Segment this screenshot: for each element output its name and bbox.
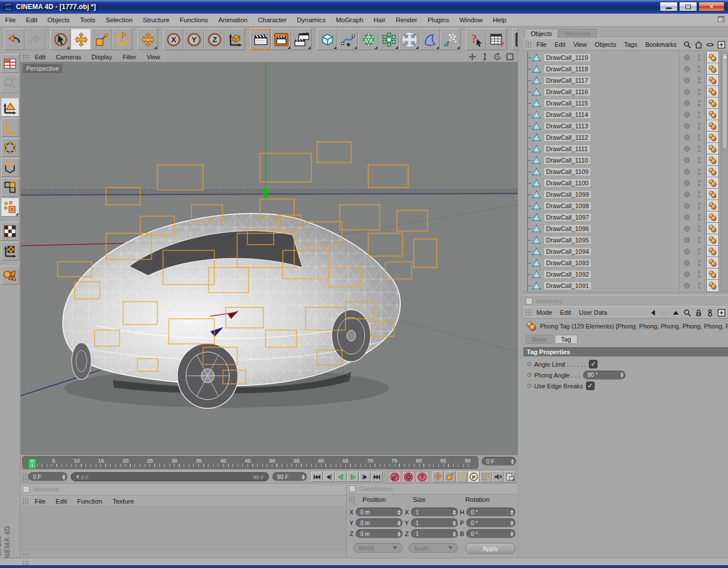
- anim-dot-icon[interactable]: [527, 384, 531, 388]
- lock-z-icon[interactable]: Z: [204, 29, 225, 50]
- visibility-dots[interactable]: [694, 200, 704, 212]
- texture-axis-mode-icon[interactable]: [1, 242, 19, 261]
- object-item-drawcall-1109[interactable]: DrawCall_1109: [523, 166, 721, 177]
- attributes-menu-mode[interactable]: Mode: [532, 309, 556, 317]
- visibility-dots[interactable]: [694, 177, 704, 189]
- menu-item-edit[interactable]: Edit: [21, 15, 43, 25]
- layer-dot[interactable]: [679, 143, 694, 155]
- viewport-menu-filter[interactable]: Filter: [117, 53, 141, 61]
- viewport-menu-display[interactable]: Display: [87, 53, 117, 61]
- tab-basic[interactable]: Basic: [526, 335, 554, 344]
- layer-dot[interactable]: [679, 98, 694, 109]
- object-item-drawcall-1099[interactable]: DrawCall_1099: [523, 189, 721, 200]
- plus-box-icon[interactable]: [717, 40, 726, 49]
- panel-dock-icon[interactable]: [23, 486, 30, 493]
- object-item-drawcall-1094[interactable]: DrawCall_1094: [523, 246, 721, 257]
- minimize-button[interactable]: [660, 2, 678, 11]
- menu-item-dynamics[interactable]: Dynamics: [292, 15, 331, 25]
- attributes-menu-user-data[interactable]: User Data: [575, 309, 612, 317]
- value-field[interactable]: 0 °: [466, 508, 515, 517]
- phong-tag-icon[interactable]: [707, 177, 718, 189]
- materials-menu-file[interactable]: File: [30, 497, 51, 506]
- object-item-drawcall-1096[interactable]: DrawCall_1096: [523, 223, 721, 234]
- value-field[interactable]: 1: [411, 518, 458, 528]
- panel-dock-icon[interactable]: [526, 298, 532, 305]
- viewport-canvas[interactable]: [21, 62, 518, 455]
- viewport-pan-icon[interactable]: [468, 52, 477, 61]
- phong-tag-icon[interactable]: [707, 52, 718, 63]
- texture-mode-icon[interactable]: [1, 222, 19, 241]
- spinner-arrows-icon[interactable]: [510, 510, 514, 515]
- point-mode-icon[interactable]: [1, 138, 19, 157]
- layer-dot[interactable]: [679, 223, 694, 234]
- use-edge-breaks-checkbox[interactable]: [586, 382, 595, 390]
- phong-tag-icon[interactable]: [707, 166, 718, 177]
- tab-tag[interactable]: Tag: [555, 335, 577, 344]
- tab-structure[interactable]: Structure: [559, 29, 597, 38]
- arrow-left-icon[interactable]: [649, 309, 657, 317]
- model-mode-icon[interactable]: [1, 98, 19, 117]
- object-item-drawcall-1091[interactable]: DrawCall_1091: [523, 280, 721, 291]
- scale-dropdown[interactable]: Scale: [409, 543, 458, 553]
- phong-tag-icon[interactable]: [707, 280, 718, 291]
- visibility-dots[interactable]: [694, 269, 704, 280]
- menu-item-window[interactable]: Window: [454, 15, 488, 25]
- layer-dot[interactable]: [679, 75, 694, 86]
- apply-button[interactable]: Apply: [465, 543, 515, 554]
- value-field[interactable]: 0 m: [356, 508, 402, 517]
- materials-menu-edit[interactable]: Edit: [51, 497, 72, 506]
- object-item-drawcall-1114[interactable]: DrawCall_1114: [523, 109, 721, 120]
- phong-tag-icon[interactable]: [707, 120, 718, 132]
- last-tool-icon[interactable]: [137, 29, 158, 50]
- title-bar[interactable]: CINEMA 4D - [1777.obj *] ×: [0, 0, 728, 14]
- lock-x-icon[interactable]: X: [163, 29, 184, 50]
- close-button[interactable]: ×: [698, 2, 725, 11]
- frame-ruler[interactable]: 051015202530354045505560657075808590: [22, 456, 478, 469]
- lock-y-icon[interactable]: Y: [184, 29, 204, 50]
- materials-content[interactable]: [21, 505, 346, 551]
- phong-tag-icon[interactable]: [707, 86, 718, 98]
- panel-dock-icon[interactable]: [349, 485, 356, 492]
- viewport-menu-grip[interactable]: [22, 54, 29, 60]
- polygon-mode-icon[interactable]: [1, 178, 19, 197]
- viewport-menu-view[interactable]: View: [141, 53, 165, 61]
- layer-dot[interactable]: [679, 189, 694, 200]
- expand-icon[interactable]: [399, 29, 420, 50]
- materials-menu-texture[interactable]: Texture: [107, 497, 139, 506]
- array-icon[interactable]: [379, 29, 399, 50]
- layer-dot[interactable]: [679, 132, 694, 143]
- visibility-dots[interactable]: [694, 166, 704, 177]
- visibility-dots[interactable]: [694, 189, 704, 200]
- search-icon[interactable]: [683, 309, 692, 317]
- phong-tag-icon[interactable]: [707, 257, 718, 269]
- object-item-drawcall-1095[interactable]: DrawCall_1095: [523, 234, 721, 246]
- spinner-arrows-icon[interactable]: [453, 510, 456, 515]
- layer-dot[interactable]: [679, 212, 694, 223]
- layer-dot[interactable]: [679, 234, 694, 246]
- live-selection-icon[interactable]: [50, 29, 71, 50]
- home-icon[interactable]: [694, 40, 703, 49]
- scrollbar-thumb[interactable]: [722, 52, 727, 149]
- layer-dot[interactable]: [679, 269, 694, 280]
- objects-menu-bookmarks[interactable]: Bookmarks: [641, 40, 681, 48]
- window-layout-icon[interactable]: [717, 15, 726, 23]
- value-field[interactable]: 1: [411, 529, 458, 538]
- layer-dot[interactable]: [679, 280, 694, 291]
- help-icon[interactable]: ?: [466, 29, 486, 50]
- layer-dot[interactable]: [679, 63, 694, 75]
- eye-icon[interactable]: [706, 40, 714, 49]
- viewport-rotate-icon[interactable]: [493, 52, 502, 61]
- record-pla-icon[interactable]: [480, 471, 491, 482]
- render-settings-icon[interactable]: [271, 29, 291, 50]
- next-key-icon[interactable]: [359, 472, 371, 482]
- menu-item-functions[interactable]: Functions: [174, 15, 213, 25]
- record-position-icon[interactable]: [432, 471, 444, 482]
- object-item-drawcall-1097[interactable]: DrawCall_1097: [523, 212, 721, 223]
- spinner-arrows-icon[interactable]: [397, 510, 401, 515]
- tag-summary-row[interactable]: Phong Tag (129 Elements) [Phong, Phong, …: [523, 319, 728, 334]
- menu-item-plugins[interactable]: Plugins: [422, 15, 454, 25]
- objects-menu-view[interactable]: View: [570, 40, 591, 48]
- spinner-arrows-icon[interactable]: [453, 521, 456, 526]
- phong-tag-icon[interactable]: [707, 234, 718, 246]
- menu-item-tools[interactable]: Tools: [75, 15, 100, 25]
